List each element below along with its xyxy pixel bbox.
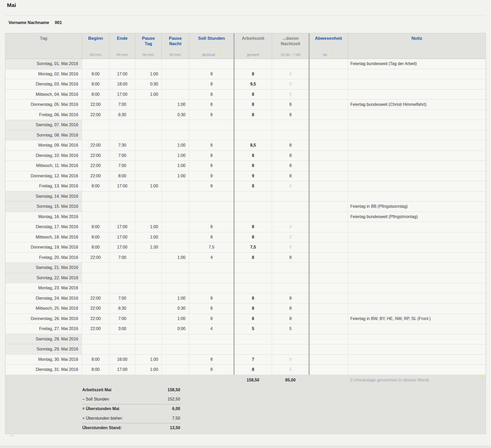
soll-cell[interactable]: 8 [189, 100, 234, 110]
nacht-cell[interactable] [272, 334, 309, 344]
pause_nacht-cell[interactable] [161, 242, 189, 252]
abw-cell[interactable] [309, 161, 348, 171]
nacht-cell[interactable]: 8 [272, 171, 309, 181]
soll-cell[interactable] [189, 273, 234, 283]
pause_tag-cell[interactable]: 1:30 [135, 242, 161, 252]
day-cell[interactable]: Freitag, 20. Mai 2016 [5, 253, 82, 263]
notiz-cell[interactable]: Feiertag in BW, BY, HE, NW, RP, SL (Fron… [348, 314, 486, 324]
nacht-cell[interactable]: 0 [272, 365, 309, 375]
pause_nacht-cell[interactable] [161, 202, 189, 212]
beginn-cell[interactable]: 8:00 [82, 355, 109, 365]
abw-cell[interactable] [309, 59, 348, 69]
nacht-cell[interactable]: 8 [272, 151, 309, 161]
day-cell[interactable]: Samstag, 14. Mai 2016 [5, 191, 82, 202]
nacht-cell[interactable]: 0 [272, 79, 309, 89]
arbeit-cell[interactable] [234, 191, 272, 202]
abw-cell[interactable] [309, 303, 348, 314]
notiz-cell[interactable]: Feiertag bundesweit (Christi Himmelfahrt… [348, 100, 486, 110]
ende-cell[interactable] [109, 273, 135, 283]
soll-cell[interactable]: 4 [189, 253, 234, 263]
day-cell[interactable]: Freitag, 13. Mai 2016 [5, 181, 82, 191]
day-cell[interactable]: Sonntag, 08. Mai 2016 [5, 130, 82, 140]
day-cell[interactable]: Montag, 02. Mai 2016 [5, 69, 82, 79]
summary-value-cell[interactable]: 7,50 [172, 416, 180, 421]
pause_nacht-cell[interactable] [161, 232, 189, 242]
beginn-cell[interactable]: 8:00 [82, 90, 109, 100]
beginn-cell[interactable] [82, 59, 109, 69]
abw-cell[interactable] [309, 130, 348, 140]
nacht-cell[interactable] [272, 273, 309, 283]
beginn-cell[interactable]: 8:00 [82, 69, 109, 79]
abw-cell[interactable] [309, 100, 348, 110]
beginn-cell[interactable]: 22:00 [82, 293, 109, 303]
soll-cell[interactable]: 8 [189, 140, 234, 150]
soll-cell[interactable] [189, 191, 234, 202]
notiz-cell[interactable] [348, 191, 486, 202]
pause_tag-cell[interactable]: 1:00 [135, 355, 161, 365]
beginn-cell[interactable]: 8:00 [82, 232, 109, 242]
arbeit-cell[interactable]: 8 [234, 69, 272, 79]
arbeit-cell[interactable]: 9,5 [234, 79, 272, 89]
day-cell[interactable]: Sonntag, 22. Mai 2016 [5, 273, 82, 283]
arbeit-cell[interactable]: 7,5 [234, 242, 272, 252]
column-header-pause_nacht[interactable]: Pause Nachthh:mm [161, 33, 189, 59]
pause_tag-cell[interactable] [135, 293, 161, 303]
pause_tag-cell[interactable] [135, 140, 161, 150]
nacht-cell[interactable]: 0 [272, 181, 309, 191]
nacht-cell[interactable]: 0 [272, 90, 309, 100]
abw-cell[interactable] [309, 273, 348, 283]
abw-cell[interactable] [309, 293, 348, 303]
pause_nacht-cell[interactable] [161, 191, 189, 202]
day-cell[interactable]: Donnerstag, 12. Mai 2016 [5, 171, 82, 181]
day-cell[interactable]: Montag, 23. Mai 2016 [5, 283, 82, 293]
pause_nacht-cell[interactable] [161, 181, 189, 191]
beginn-cell[interactable] [82, 334, 109, 344]
day-cell[interactable]: Samstag, 21. Mai 2016 [5, 263, 82, 273]
abw-cell[interactable] [309, 90, 348, 100]
summary-label-cell[interactable]: Arbeitszeit Mai [82, 388, 111, 392]
soll-cell[interactable]: 4 [189, 324, 234, 334]
pause_tag-cell[interactable]: 1:00 [135, 181, 161, 191]
soll-cell[interactable]: 8 [189, 161, 234, 171]
day-cell[interactable]: Donnerstag, 19. Mai 2016 [5, 242, 82, 252]
soll-cell[interactable]: 8 [189, 90, 234, 100]
day-cell[interactable]: Dienstag, 17. Mai 2016 [5, 222, 82, 232]
day-cell[interactable]: Mittwoch, 11. Mai 2016 [5, 161, 82, 171]
notiz-cell[interactable] [348, 120, 486, 130]
day-cell[interactable]: Sonntag, 29. Mai 2016 [5, 344, 82, 354]
soll-cell[interactable] [189, 334, 234, 344]
arbeit-cell[interactable]: 8 [234, 365, 272, 375]
pause_nacht-cell[interactable]: 1:00 [161, 100, 189, 110]
nacht-cell[interactable] [272, 59, 309, 69]
abw-cell[interactable] [309, 171, 348, 181]
pause_tag-cell[interactable] [135, 120, 161, 130]
day-cell[interactable]: Freitag, 27. Mai 2016 [5, 324, 82, 334]
abw-cell[interactable] [309, 191, 348, 202]
arbeit-cell[interactable]: 9 [234, 171, 272, 181]
pause_tag-cell[interactable] [135, 253, 161, 263]
day-cell[interactable]: Samstag, 28. Mai 2016 [5, 334, 82, 344]
pause_nacht-cell[interactable] [161, 283, 189, 293]
soll-cell[interactable]: 9 [189, 171, 234, 181]
arbeit-cell[interactable] [234, 334, 272, 344]
column-header-ende[interactable]: Endehh:mm [109, 33, 135, 59]
notiz-cell[interactable] [348, 140, 486, 150]
notiz-cell[interactable]: Feiertag bundesweit (Pfingstmontag) [348, 212, 486, 222]
day-cell[interactable]: Freitag, 06. Mai 2016 [5, 110, 82, 120]
day-cell[interactable]: Donnerstag, 26. Mai 2016 [5, 314, 82, 324]
soll-cell[interactable] [189, 283, 234, 293]
abw-cell[interactable] [309, 110, 348, 120]
column-header-notiz[interactable]: Notiz [348, 33, 486, 59]
arbeit-cell[interactable] [234, 202, 272, 212]
arbeit-cell[interactable]: 8 [234, 181, 272, 191]
pause_tag-cell[interactable]: 1:00 [135, 222, 161, 232]
soll-cell[interactable]: 8 [189, 314, 234, 324]
pause_tag-cell[interactable] [135, 273, 161, 283]
arbeit-cell[interactable]: 8 [234, 222, 272, 232]
notiz-cell[interactable] [348, 90, 486, 100]
ende-cell[interactable]: 7:00 [109, 161, 135, 171]
pause_tag-cell[interactable] [135, 202, 161, 212]
beginn-cell[interactable] [82, 212, 109, 222]
soll-cell[interactable]: 8 [189, 110, 234, 120]
beginn-cell[interactable]: 22:00 [82, 161, 109, 171]
